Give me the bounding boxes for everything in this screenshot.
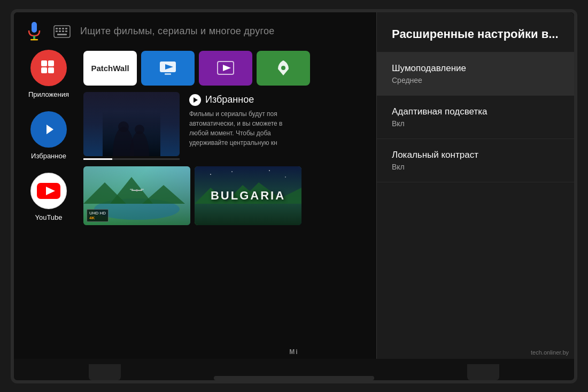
tv-stand	[14, 359, 574, 380]
svg-point-44	[231, 171, 233, 172]
app-tile-patchwall[interactable]: PatchWall	[83, 51, 137, 86]
settings-title: Расширенные настройки в...	[377, 12, 574, 52]
tv-screen: Ищите фильмы, сериалы и многое другое Пр…	[14, 12, 574, 359]
video-thumb-landscape[interactable]: UHD HD4K	[83, 166, 190, 225]
patchwall-label: PatchWall	[91, 64, 129, 73]
svg-rect-10	[62, 30, 64, 32]
app-tile-media[interactable]	[199, 51, 252, 86]
favorites-icon-circle	[30, 111, 67, 148]
settings-item-noise[interactable]: Шумоподавление Среднее	[377, 52, 574, 96]
app-tile-tv[interactable]	[141, 51, 195, 86]
svg-point-27	[130, 131, 149, 156]
svg-marker-24	[223, 65, 231, 71]
favorites-description: Фильмы и сериалы будут поя автоматически…	[189, 109, 296, 148]
landscape-bg: UHD HD4K	[83, 166, 190, 225]
svg-rect-16	[48, 67, 54, 73]
mi-logo: Mi	[289, 348, 298, 356]
youtube-label: YouTube	[35, 213, 62, 221]
svg-rect-14	[48, 60, 54, 66]
video-row: UHD HD4K	[83, 166, 371, 225]
sidebar-item-youtube[interactable]: YouTube	[30, 173, 67, 221]
keyboard-icon[interactable]	[52, 22, 72, 41]
svg-point-29	[135, 125, 144, 134]
tv-shell: Ищите фильмы, сериалы и многое другое Пр…	[11, 9, 577, 383]
sidebar-item-favorites[interactable]: Избранное	[30, 111, 67, 160]
bulgaria-bg: BULGARIA	[195, 166, 301, 225]
svg-point-46	[285, 176, 286, 178]
fav-play-icon	[189, 94, 201, 106]
favorites-title: Избранное	[205, 94, 254, 105]
favorites-title-row: Избранное	[189, 94, 367, 106]
svg-rect-12	[57, 34, 67, 35]
uhd-badge: UHD HD4K	[87, 209, 109, 222]
svg-point-43	[210, 174, 211, 175]
adaptive-title: Адаптивная подсветка	[392, 106, 559, 117]
app-row: PatchWall	[83, 51, 371, 86]
youtube-icon-circle	[30, 173, 67, 209]
svg-rect-13	[41, 60, 47, 66]
video-thumb-bulgaria[interactable]: BULGARIA	[195, 166, 301, 225]
svg-point-25	[281, 66, 285, 70]
svg-rect-15	[41, 67, 47, 73]
svg-marker-30	[194, 97, 198, 103]
stand-right	[467, 364, 499, 380]
progress-fill	[83, 158, 112, 160]
watermark: tech.onliner.by	[531, 349, 569, 356]
sidebar-item-apps[interactable]: Приложения	[28, 50, 69, 98]
bulgaria-text: BULGARIA	[211, 189, 285, 203]
svg-rect-0	[32, 22, 37, 33]
mic-icon[interactable]	[25, 22, 44, 41]
sidebar-apps: Приложения Избранное	[19, 44, 78, 227]
apps-label: Приложения	[28, 90, 69, 98]
favorites-info: Избранное Фильмы и сериалы будут поя авт…	[185, 92, 371, 160]
apps-icon-circle	[30, 50, 67, 86]
noise-title: Шумоподавление	[392, 63, 559, 74]
app-tile-launch[interactable]	[257, 51, 310, 86]
settings-item-adaptive[interactable]: Адаптивная подсветка Вкл	[377, 96, 574, 139]
content-area: PatchWall	[78, 47, 376, 359]
progress-bar	[83, 158, 180, 160]
svg-rect-21	[165, 73, 171, 75]
movie-scene-bg	[83, 92, 180, 156]
svg-rect-9	[59, 30, 61, 32]
svg-rect-1	[33, 36, 35, 39]
svg-rect-5	[59, 28, 61, 29]
svg-point-45	[269, 170, 270, 171]
svg-rect-6	[62, 28, 64, 29]
svg-point-37	[136, 189, 138, 191]
local-contrast-value: Вкл	[392, 163, 559, 171]
favorites-section: Избранное Фильмы и сериалы будут поя авт…	[83, 92, 371, 160]
svg-rect-8	[56, 30, 58, 32]
movie-poster	[83, 92, 180, 156]
local-contrast-title: Локальный контраст	[392, 150, 559, 160]
stand-left	[89, 364, 121, 380]
favorites-label: Избранное	[31, 152, 66, 160]
svg-rect-7	[65, 28, 67, 29]
svg-rect-2	[30, 39, 38, 41]
search-placeholder: Ищите фильмы, сериалы и многое другое	[80, 26, 275, 37]
svg-point-28	[118, 121, 129, 132]
svg-rect-11	[65, 30, 67, 32]
noise-value: Среднее	[392, 76, 559, 84]
main-content: Ищите фильмы, сериалы и многое другое Пр…	[14, 12, 376, 359]
settings-panel: Расширенные настройки в... Шумоподавлени…	[376, 12, 574, 359]
search-area: Ищите фильмы, сериалы и многое другое	[14, 12, 376, 47]
adaptive-value: Вкл	[392, 119, 559, 128]
svg-rect-4	[56, 28, 58, 29]
settings-item-local-contrast[interactable]: Локальный контраст Вкл	[377, 139, 574, 182]
svg-marker-17	[47, 125, 53, 134]
